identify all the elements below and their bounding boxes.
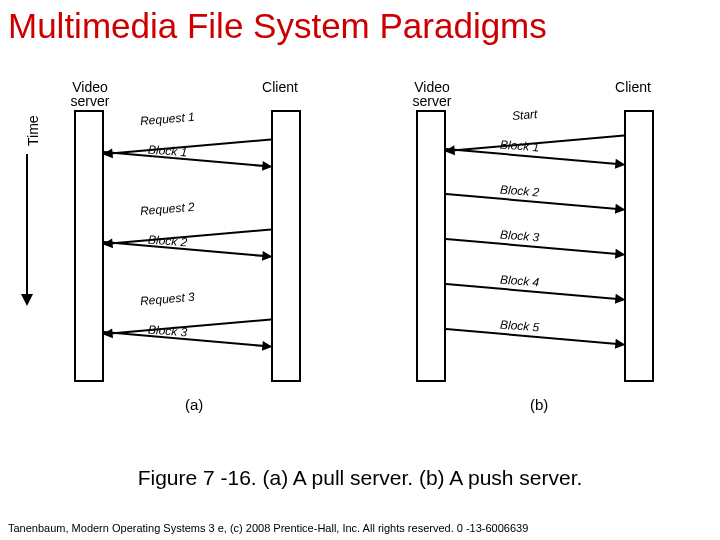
msg-blk1: Block 1 <box>148 143 188 160</box>
figure: Time Videoserver Client Request 1 Block … <box>0 80 720 440</box>
msg-pblk1: Block 1 <box>500 138 540 155</box>
msg-pblk5: Block 5 <box>500 318 540 335</box>
figure-caption: Figure 7 -16. (a) A pull server. (b) A p… <box>0 466 720 490</box>
msg-pblk2: Block 2 <box>500 183 540 200</box>
label-video-server-b: Videoserver <box>397 80 467 108</box>
server-column-b <box>416 110 446 382</box>
subfig-a: (a) <box>185 396 203 413</box>
msg-req1: Request 1 <box>139 110 195 129</box>
subfig-b: (b) <box>530 396 548 413</box>
msg-blk2: Block 2 <box>148 233 188 250</box>
msg-req3: Request 3 <box>139 290 195 309</box>
slide-title: Multimedia File System Paradigms <box>8 6 712 46</box>
msg-pblk4: Block 4 <box>500 273 540 290</box>
client-column-a <box>271 110 301 382</box>
time-axis-label: Time <box>25 115 41 146</box>
label-client-a: Client <box>250 80 310 94</box>
msg-pblk3: Block 3 <box>500 228 540 245</box>
label-client-b: Client <box>603 80 663 94</box>
client-column-b <box>624 110 654 382</box>
server-column-a <box>74 110 104 382</box>
msg-req2: Request 2 <box>139 200 195 219</box>
time-axis-arrow <box>26 154 28 304</box>
msg-blk3: Block 3 <box>148 323 188 340</box>
msg-start: Start <box>511 107 537 123</box>
label-video-server-a: Videoserver <box>55 80 125 108</box>
copyright-footer: Tanenbaum, Modern Operating Systems 3 e,… <box>8 522 712 534</box>
